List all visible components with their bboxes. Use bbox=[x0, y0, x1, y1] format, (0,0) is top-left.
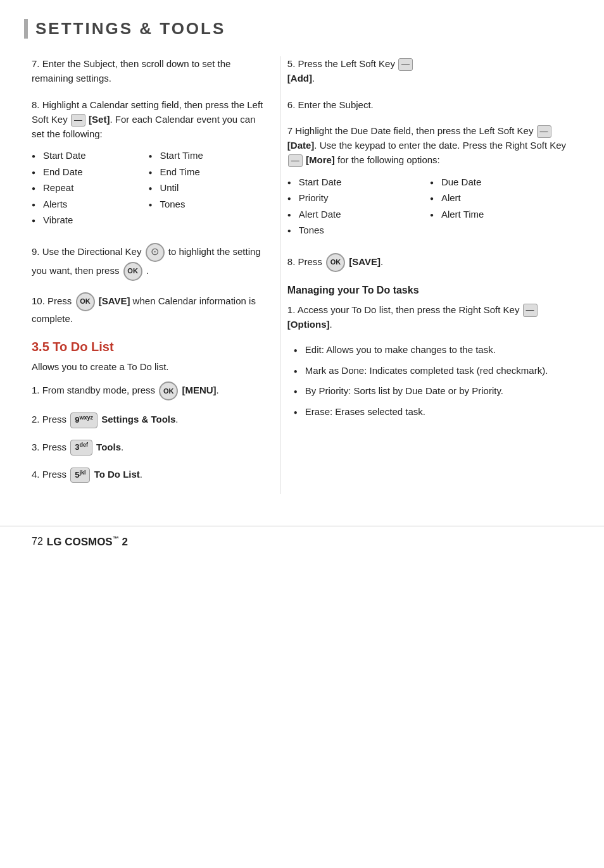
right-column: 5. Press the Left Soft Key — [Add]. 6. E… bbox=[280, 56, 572, 494]
left-soft-key-date-icon: — bbox=[537, 125, 551, 138]
brand-name: LG COSMOS™ 2 bbox=[47, 535, 128, 549]
left-column: 7. Enter the Subject, then scroll down t… bbox=[32, 56, 280, 494]
right-step-5: 5. Press the Left Soft Key — [Add]. bbox=[287, 56, 572, 86]
list-item: Edit: Allows you to make changes to the … bbox=[294, 343, 572, 357]
ok-key-icon: OK bbox=[123, 262, 142, 281]
sub-step-1: 1. From standby mode, press OK [MENU]. bbox=[32, 381, 265, 400]
left-soft-key-add-icon: — bbox=[398, 58, 413, 71]
footer: 72 LG COSMOS™ 2 bbox=[0, 526, 604, 557]
list-item: Erase: Erases selected task. bbox=[294, 405, 572, 419]
section-intro: Allows you to create a To Do list. bbox=[32, 359, 265, 374]
directional-key-icon: ⊙ bbox=[146, 243, 165, 262]
list-item: By Priority: Sorts list by Due Date or b… bbox=[294, 384, 572, 399]
step-10: 10. Press OK [SAVE] when Calendar inform… bbox=[32, 292, 265, 326]
list-item: Tones bbox=[287, 223, 430, 238]
managing-title: Managing your To Do tasks bbox=[287, 285, 572, 296]
subsection-title: 3.5 To Do List bbox=[32, 340, 265, 354]
list-item: End Date bbox=[32, 165, 148, 180]
list-item: Vibrate bbox=[32, 213, 148, 228]
left-soft-key-icon: — bbox=[71, 114, 85, 127]
managing-bullets: Edit: Allows you to make changes to the … bbox=[294, 343, 572, 419]
list-item: Alert Time bbox=[430, 208, 572, 222]
num-key-9: 9wxyz bbox=[70, 412, 98, 428]
ok-key-menu-icon: OK bbox=[159, 381, 178, 400]
list-item: Alerts bbox=[32, 197, 148, 212]
list-item: Start Date bbox=[287, 175, 430, 190]
num-key-5: 5jkl bbox=[70, 468, 90, 483]
page-number: 72 bbox=[32, 536, 43, 547]
sub-step-4: 4. Press 5jkl To Do List. bbox=[32, 467, 265, 483]
list-item: End Time bbox=[148, 165, 265, 180]
right-bullet-col-1: Start Date Priority Alert Date Tones bbox=[287, 171, 430, 242]
right-step-6: 6. Enter the Subject. bbox=[287, 97, 572, 112]
right-bullet-col-2: Due Date Alert Alert Time bbox=[430, 171, 572, 242]
managing-step-1: 1. Access your To Do list, then press th… bbox=[287, 302, 572, 332]
right-soft-key-options-icon: — bbox=[523, 304, 538, 316]
list-item: Alert Date bbox=[287, 208, 430, 222]
bullet-grid: Start Date End Date Repeat Alerts Vibrat… bbox=[32, 145, 265, 232]
list-item: Repeat bbox=[32, 181, 148, 195]
ok-key-save-icon: OK bbox=[76, 292, 95, 311]
list-item: Alert bbox=[430, 191, 572, 206]
list-item: Priority bbox=[287, 191, 430, 206]
list-item: Mark as Done: Indicates completed task (… bbox=[294, 364, 572, 378]
list-item: Tones bbox=[148, 197, 265, 212]
num-key-3: 3def bbox=[70, 440, 92, 455]
list-item: Until bbox=[148, 181, 265, 195]
list-item: Due Date bbox=[430, 175, 572, 190]
ok-key-save2-icon: OK bbox=[326, 253, 345, 272]
page-header: SETTINGS & TOOLS bbox=[24, 19, 572, 39]
step-8: 8. Highlight a Calendar setting field, t… bbox=[32, 97, 265, 232]
right-step-7: 7 Highlight the Due Date field, then pre… bbox=[287, 123, 572, 242]
bullet-col-left: Start Date End Date Repeat Alerts Vibrat… bbox=[32, 145, 148, 232]
step-7: 7. Enter the Subject, then scroll down t… bbox=[32, 56, 265, 86]
right-step-8: 8. Press OK [SAVE]. bbox=[287, 253, 572, 272]
right-bullet-grid: Start Date Priority Alert Date Tones Due… bbox=[287, 171, 572, 242]
right-soft-key-more-icon: — bbox=[288, 154, 303, 167]
sub-step-3: 3. Press 3def Tools. bbox=[32, 440, 265, 456]
list-item: Start Time bbox=[148, 149, 265, 163]
list-item: Start Date bbox=[32, 149, 148, 163]
bullet-col-right: Start Time End Time Until Tones bbox=[148, 145, 265, 232]
step-9: 9. Use the Directional Key ⊙ to highligh… bbox=[32, 243, 265, 281]
sub-step-2: 2. Press 9wxyz Settings & Tools. bbox=[32, 412, 265, 428]
